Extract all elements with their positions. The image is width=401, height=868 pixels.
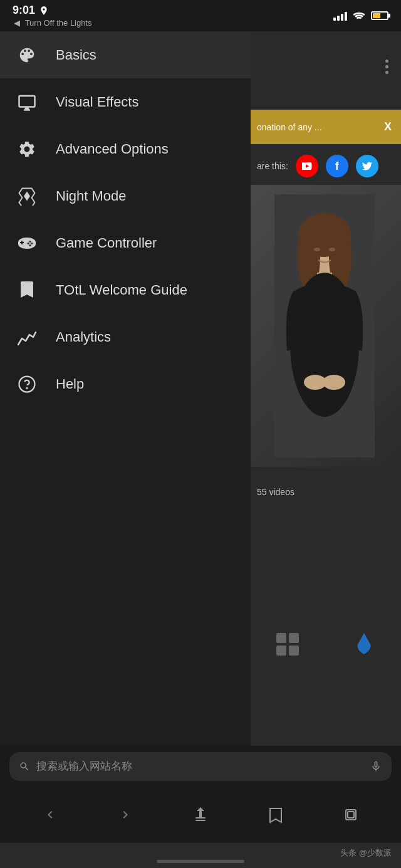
- sidebar-item-welcome-guide[interactable]: TOtL Welcome Guide: [0, 266, 251, 313]
- sidebar-item-basics[interactable]: Basics: [0, 31, 251, 78]
- visual-effects-label: Visual Effects: [56, 94, 138, 110]
- status-icons: [333, 11, 388, 21]
- sidebar-item-help[interactable]: Help: [0, 360, 251, 407]
- sidebar-item-advanced-options[interactable]: Advanced Options: [0, 125, 251, 172]
- palette-icon: [16, 44, 38, 66]
- svg-rect-14: [289, 633, 299, 643]
- time-display: 9:01: [13, 4, 35, 17]
- search-icon: [19, 761, 30, 772]
- welcome-guide-label: TOtL Welcome Guide: [56, 282, 187, 298]
- svg-rect-16: [289, 646, 299, 656]
- basics-label: Basics: [56, 47, 96, 63]
- night-mode-label: Night Mode: [56, 188, 127, 204]
- signal-bar-3: [341, 14, 343, 21]
- help-label: Help: [56, 376, 84, 392]
- signal-bar-1: [333, 18, 336, 21]
- person-image: [274, 194, 375, 458]
- notification-bar: onation of any ... X: [247, 110, 401, 144]
- youtube-share-button[interactable]: [296, 155, 318, 177]
- svg-point-10: [323, 375, 345, 390]
- sidebar-item-visual-effects[interactable]: Visual Effects: [0, 78, 251, 125]
- svg-rect-15: [276, 646, 286, 656]
- share-button[interactable]: [185, 799, 216, 830]
- svg-rect-13: [276, 633, 286, 643]
- signal-bar-2: [337, 16, 340, 21]
- videos-count-text: 55 videos: [257, 487, 294, 497]
- svg-point-8: [329, 248, 335, 251]
- twitter-share-button[interactable]: [356, 155, 378, 177]
- search-placeholder: 搜索或输入网站名称: [36, 759, 363, 773]
- svg-point-18: [19, 376, 35, 392]
- status-time: 9:01: [13, 4, 92, 17]
- mic-icon: [370, 760, 382, 773]
- forward-button[interactable]: [110, 799, 141, 830]
- facebook-share-button[interactable]: f: [326, 155, 348, 177]
- mic-button[interactable]: [370, 760, 382, 773]
- game-controller-label: Game Controller: [56, 235, 157, 251]
- location-icon: [39, 6, 49, 16]
- svg-rect-20: [195, 817, 206, 818]
- back-button[interactable]: [34, 799, 66, 830]
- share-row: are this: f: [247, 150, 401, 182]
- browser-search-bar: 搜索或输入网站名称: [0, 746, 401, 787]
- dot-2: [385, 65, 388, 68]
- share-label: are this:: [257, 161, 288, 171]
- back-arrow: ◀: [14, 18, 20, 28]
- analytics-icon: [16, 326, 38, 348]
- analytics-label: Analytics: [56, 329, 111, 345]
- bookmarks-button[interactable]: [260, 799, 291, 830]
- bookmark-icon: [16, 279, 38, 301]
- status-bar: 9:01 ◀ Turn Off the Lights: [0, 0, 401, 31]
- battery-fill: [373, 13, 380, 18]
- signal-bar-4: [345, 12, 347, 21]
- sidebar-item-game-controller[interactable]: Game Controller: [0, 219, 251, 266]
- home-indicator: [157, 860, 244, 863]
- sidebar-menu: Basics Visual Effects Advanced Options N…: [0, 31, 251, 787]
- wifi-icon: [352, 11, 366, 21]
- sidebar-item-analytics[interactable]: Analytics: [0, 313, 251, 360]
- water-drop-icon[interactable]: [355, 632, 373, 657]
- tabs-button[interactable]: [335, 799, 367, 830]
- svg-point-7: [314, 248, 320, 251]
- gamepad-icon: [16, 232, 38, 254]
- video-thumbnail: [247, 185, 401, 467]
- svg-rect-21: [195, 820, 206, 821]
- dot-1: [385, 60, 388, 63]
- browser-nav-bar: [0, 787, 401, 843]
- sidebar-item-night-mode[interactable]: Night Mode: [0, 172, 251, 219]
- settings-advanced-icon: [16, 138, 38, 160]
- bottom-icons-area: [247, 620, 401, 667]
- svg-point-19: [26, 387, 27, 388]
- night-mode-icon: [16, 185, 38, 207]
- videos-count-bar: 55 videos: [247, 476, 401, 508]
- monitor-icon: [16, 91, 38, 113]
- dots-menu[interactable]: [385, 60, 388, 74]
- svg-rect-23: [348, 812, 354, 818]
- grid-svg: [275, 632, 300, 657]
- watermark: 头条 @少数派: [340, 847, 392, 859]
- notification-text: onation of any ...: [257, 122, 322, 132]
- signal-bars: [333, 11, 347, 21]
- battery-icon: [371, 11, 388, 20]
- drop-svg: [355, 632, 373, 657]
- grid-icon[interactable]: [275, 632, 300, 657]
- notification-close-button[interactable]: X: [384, 120, 392, 133]
- video-area: [247, 185, 401, 467]
- svg-point-17: [26, 147, 29, 150]
- search-input-wrap[interactable]: 搜索或输入网站名称: [9, 752, 392, 781]
- help-circle-icon: [16, 373, 38, 395]
- advanced-options-label: Advanced Options: [56, 141, 169, 157]
- dot-3: [385, 71, 388, 74]
- app-name: Turn Off the Lights: [25, 18, 92, 28]
